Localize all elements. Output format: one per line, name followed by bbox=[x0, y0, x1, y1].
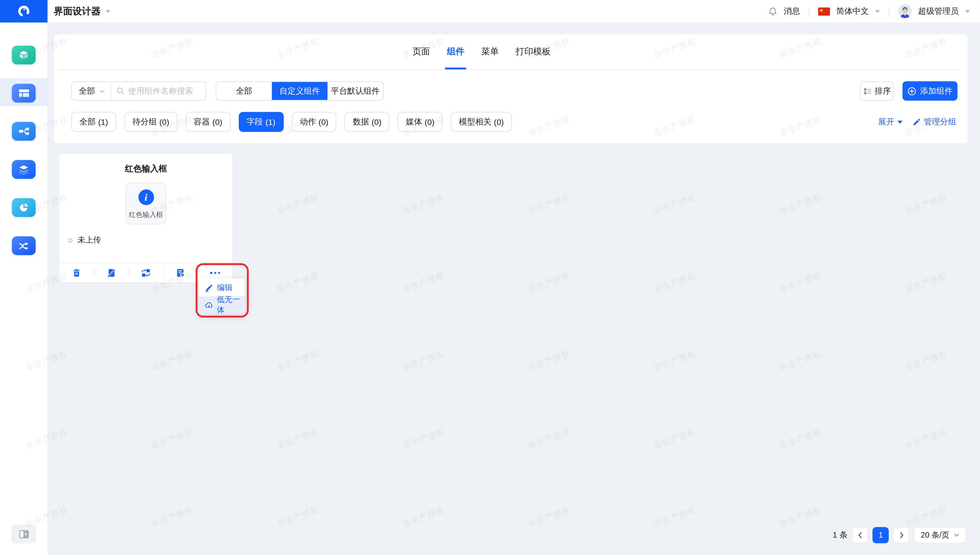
divider bbox=[59, 69, 962, 70]
chip-model-related[interactable]: 模型相关(0) bbox=[451, 112, 512, 132]
pencil-icon bbox=[205, 284, 213, 292]
sidebar-item-interface-designer[interactable] bbox=[12, 84, 36, 103]
menu-item-edit[interactable]: 编辑 bbox=[199, 279, 245, 296]
left-sidebar bbox=[0, 22, 48, 555]
menu-item-low-no-code[interactable]: 低无一体 bbox=[199, 296, 245, 314]
layers-icon bbox=[18, 164, 29, 175]
pie-chart-icon bbox=[18, 202, 29, 213]
convert-button[interactable] bbox=[129, 263, 163, 282]
segment-all[interactable]: 全部 bbox=[216, 82, 272, 100]
segment-platform-default[interactable]: 平台默认组件 bbox=[327, 82, 383, 100]
chevron-left-icon bbox=[857, 532, 863, 538]
chevron-down-icon bbox=[965, 10, 970, 13]
plus-circle-icon bbox=[908, 87, 916, 95]
delete-button[interactable] bbox=[59, 263, 94, 282]
category-chips: 全部(1) 待分组(0) 容器(0) 字段(1) 动作(0) 数据(0) 媒体(… bbox=[71, 112, 512, 132]
document-slash-icon bbox=[107, 268, 116, 278]
sort-button[interactable]: 排序 bbox=[860, 81, 894, 101]
add-component-label: 添加组件 bbox=[920, 85, 952, 96]
component-card[interactable]: 红色输入框 i 红色输入框 未上传 bbox=[59, 154, 232, 282]
tab-components[interactable]: 组件 bbox=[447, 34, 464, 69]
form-settings-button[interactable] bbox=[163, 263, 198, 282]
search-icon bbox=[116, 87, 125, 95]
chevron-down-icon bbox=[875, 10, 880, 13]
sidebar-item-layers[interactable] bbox=[12, 160, 36, 179]
total-count: 1 条 bbox=[833, 529, 848, 541]
layout-icon bbox=[18, 88, 30, 98]
china-flag-icon bbox=[818, 7, 830, 15]
divider bbox=[809, 7, 809, 16]
ellipsis-icon bbox=[210, 272, 220, 274]
component-preview-tile: i 红色输入框 bbox=[126, 183, 166, 225]
collapse-sidebar-button[interactable] bbox=[11, 525, 36, 543]
sort-icon bbox=[863, 87, 871, 95]
sidebar-item-integration[interactable] bbox=[12, 236, 36, 255]
pencil-icon bbox=[913, 118, 921, 126]
tab-pages[interactable]: 页面 bbox=[413, 34, 430, 69]
next-page-button[interactable] bbox=[893, 527, 910, 543]
user-menu[interactable]: 超级管理员 bbox=[918, 6, 959, 17]
chevron-down-icon bbox=[898, 120, 903, 124]
pagination: 1 条 1 20 条/页 bbox=[833, 527, 966, 543]
swap-squares-icon bbox=[141, 268, 151, 278]
toolbar-panel: 页面 组件 菜单 打印模板 全部 bbox=[54, 34, 967, 143]
trash-icon bbox=[72, 268, 81, 278]
chip-all[interactable]: 全部(1) bbox=[71, 112, 116, 132]
app-title-text: 界面设计器 bbox=[54, 5, 101, 17]
tab-menus[interactable]: 菜单 bbox=[481, 34, 499, 69]
info-icon: i bbox=[138, 189, 154, 205]
chevron-down-icon bbox=[106, 10, 110, 13]
messages-link[interactable]: 消息 bbox=[784, 6, 800, 17]
search-input[interactable]: 使用组件名称搜索 bbox=[111, 85, 206, 96]
chevron-right-icon bbox=[898, 532, 904, 538]
shuffle-icon bbox=[18, 241, 30, 250]
avatar[interactable] bbox=[898, 4, 912, 18]
scope-select[interactable]: 全部 bbox=[72, 82, 111, 100]
bell-icon[interactable] bbox=[768, 7, 777, 16]
sidebar-item-flow[interactable] bbox=[12, 122, 36, 141]
language-select[interactable]: 简体中文 bbox=[836, 6, 869, 17]
flow-nodes-icon bbox=[18, 126, 30, 136]
top-header: 界面设计器 消息 简体中文 bbox=[0, 0, 980, 22]
draft-button[interactable] bbox=[94, 263, 128, 282]
cube-icon bbox=[18, 49, 29, 61]
sidebar-item-reports[interactable] bbox=[12, 198, 36, 217]
search-group: 全部 使用组件名称搜索 bbox=[71, 81, 206, 101]
header-actions: 消息 简体中文 超级管理员 bbox=[768, 0, 970, 22]
chevron-down-icon bbox=[954, 533, 959, 537]
page-size-select[interactable]: 20 条/页 bbox=[914, 527, 966, 543]
source-segmented-control: 全部 自定义组件 平台默认组件 bbox=[216, 81, 384, 101]
chip-data[interactable]: 数据(0) bbox=[344, 112, 390, 132]
prev-page-button[interactable] bbox=[852, 527, 868, 543]
sidebar-item-cube[interactable] bbox=[12, 45, 36, 64]
manage-groups-link[interactable]: 管理分组 bbox=[913, 116, 956, 128]
page-1-button[interactable]: 1 bbox=[873, 527, 889, 543]
app-title[interactable]: 界面设计器 bbox=[54, 0, 111, 22]
divider bbox=[889, 7, 889, 16]
chevron-down-icon bbox=[99, 89, 105, 93]
tab-print-templates[interactable]: 打印模板 bbox=[516, 34, 551, 69]
add-component-button[interactable]: 添加组件 bbox=[903, 81, 958, 101]
tab-bar: 页面 组件 菜单 打印模板 bbox=[413, 34, 551, 69]
group-actions: 展开 管理分组 bbox=[878, 112, 956, 132]
cloud-sync-icon bbox=[205, 301, 213, 309]
status-dot-icon bbox=[68, 238, 72, 242]
scope-value: 全部 bbox=[78, 85, 95, 96]
segment-custom-components[interactable]: 自定义组件 bbox=[272, 82, 327, 100]
collapse-panel-icon bbox=[18, 529, 29, 539]
app-logo[interactable] bbox=[0, 0, 47, 22]
component-tile-label: 红色输入框 bbox=[127, 210, 166, 219]
chip-actions[interactable]: 动作(0) bbox=[292, 112, 337, 132]
document-gear-icon bbox=[176, 268, 185, 278]
chip-media[interactable]: 媒体(0) bbox=[398, 112, 443, 132]
sort-label: 排序 bbox=[875, 85, 891, 96]
chip-fields[interactable]: 字段(1) bbox=[239, 112, 283, 132]
search-placeholder: 使用组件名称搜索 bbox=[128, 85, 193, 96]
main-content: 页面 组件 菜单 打印模板 全部 bbox=[47, 22, 980, 555]
component-card-title: 红色输入框 bbox=[59, 163, 232, 174]
expand-link[interactable]: 展开 bbox=[878, 116, 902, 128]
logo-icon bbox=[17, 4, 31, 18]
chip-containers[interactable]: 容器(0) bbox=[186, 112, 231, 132]
chip-ungrouped[interactable]: 待分组(0) bbox=[125, 112, 178, 132]
app-window: 界面设计器 消息 简体中文 bbox=[0, 0, 980, 555]
